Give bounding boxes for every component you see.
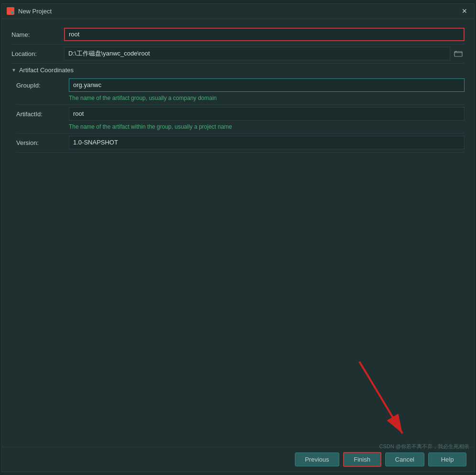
close-button[interactable]: ✕ — [460, 6, 469, 16]
version-row: Version: — [16, 135, 465, 150]
watermark: CSDN @你若不离不弃，我必生死相依 — [379, 443, 469, 450]
separator-1 — [11, 44, 465, 44]
artifact-section-title: Artifact Coordinates — [19, 66, 74, 74]
location-wrapper — [64, 47, 465, 60]
dialog-title: New Project — [18, 8, 52, 15]
svg-rect-1 — [11, 8, 13, 11]
separator-4 — [16, 133, 465, 133]
section-collapse-arrow: ▼ — [11, 67, 16, 73]
artifact-section-body: GroupId: The name of the artifact group,… — [11, 77, 465, 153]
dialog-footer: Previous Finish Cancel Help — [2, 447, 474, 472]
artifactid-row: ArtifactId: — [16, 106, 465, 122]
separator-3 — [16, 104, 465, 105]
version-input[interactable] — [69, 136, 465, 149]
groupid-row: GroupId: — [16, 77, 465, 93]
artifactid-label: ArtifactId: — [16, 110, 69, 118]
name-row: Name: — [11, 27, 465, 42]
name-input[interactable] — [64, 28, 465, 41]
groupid-hint: The name of the artifact group, usually … — [69, 95, 465, 101]
svg-rect-2 — [8, 11, 10, 14]
groupid-label: GroupId: — [16, 81, 69, 89]
new-project-dialog: New Project ✕ Name: Location: — [1, 3, 475, 472]
finish-button[interactable]: Finish — [343, 452, 381, 467]
folder-browse-button[interactable] — [452, 47, 465, 60]
location-input[interactable] — [64, 47, 450, 60]
artifactid-hint: The name of the artifact within the grou… — [69, 123, 465, 130]
dialog-content: Name: Location: ▼ Artifact Co — [2, 19, 474, 447]
name-label: Name: — [11, 30, 64, 38]
previous-button[interactable]: Previous — [295, 453, 339, 466]
groupid-input[interactable] — [69, 78, 465, 92]
svg-rect-3 — [11, 11, 13, 14]
artifactid-input[interactable] — [69, 107, 465, 121]
artifact-section-header[interactable]: ▼ Artifact Coordinates — [11, 66, 465, 74]
title-bar: New Project ✕ — [2, 4, 474, 19]
separator-5 — [16, 152, 465, 153]
version-label: Version: — [16, 138, 69, 146]
help-button[interactable]: Help — [428, 453, 466, 466]
svg-rect-0 — [8, 8, 10, 11]
title-bar-left: New Project — [7, 7, 52, 15]
location-label: Location: — [11, 49, 64, 57]
separator-2 — [11, 63, 465, 64]
app-icon — [7, 7, 14, 15]
location-row: Location: — [11, 46, 465, 61]
cancel-button[interactable]: Cancel — [385, 453, 424, 466]
